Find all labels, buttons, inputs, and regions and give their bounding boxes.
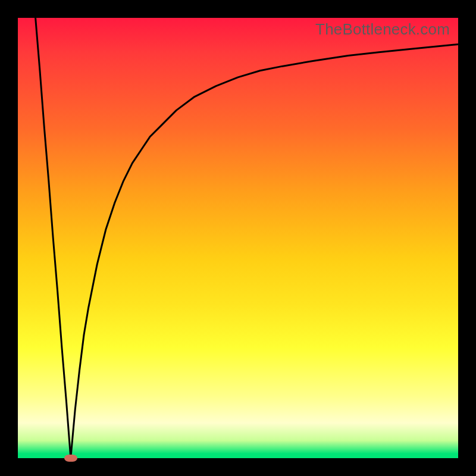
optimal-point-marker <box>64 455 77 462</box>
curve-layer <box>18 18 458 458</box>
chart-frame: TheBottleneck.com <box>0 0 476 476</box>
plot-area: TheBottleneck.com <box>18 18 458 458</box>
bottleneck-curve <box>36 18 458 458</box>
